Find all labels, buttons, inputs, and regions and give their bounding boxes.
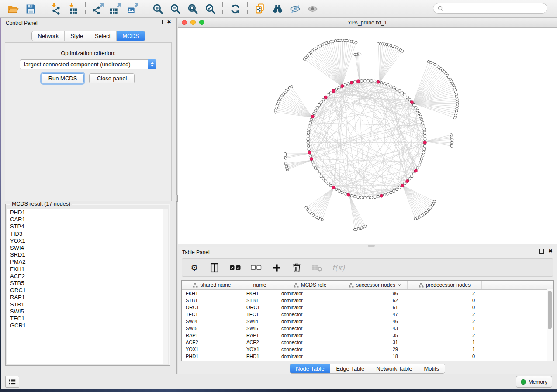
table-row[interactable]: RAP1RAP1dominator352: [182, 332, 553, 339]
create-column-button[interactable]: [271, 262, 282, 273]
mcds-result-item[interactable]: PHD1: [7, 209, 168, 216]
select-all-columns-button[interactable]: [229, 262, 241, 273]
mcds-result-item[interactable]: CAR1: [7, 216, 168, 223]
mcds-result-item[interactable]: FKH1: [7, 266, 168, 273]
column-menu-icon[interactable]: [398, 284, 401, 286]
import-network-button[interactable]: [48, 2, 63, 16]
table-row[interactable]: SWI4SWI4dominator462: [182, 318, 553, 325]
mcds-result-item[interactable]: SWI4: [7, 244, 168, 251]
table-tab-edge-table[interactable]: Edge Table: [330, 364, 370, 373]
table-cell: STB1: [182, 298, 242, 303]
table-row[interactable]: SWI5SWI5connector431: [182, 325, 553, 332]
zoom-out-button[interactable]: [168, 2, 183, 16]
mcds-result-item[interactable]: PMA2: [7, 258, 168, 265]
table-tab-node-table[interactable]: Node Table: [290, 364, 330, 373]
mcds-result-item[interactable]: ORC1: [7, 287, 168, 294]
close-window-icon[interactable]: [182, 20, 187, 25]
unselect-all-columns-button[interactable]: [251, 262, 262, 273]
table-cell: 2: [408, 312, 482, 317]
zoom-in-button[interactable]: [150, 2, 165, 16]
search-box[interactable]: [433, 3, 547, 14]
toolbar-separator: [145, 2, 145, 15]
table-row[interactable]: ORC1ORC1dominator610: [182, 304, 553, 311]
horizontal-splitter-handle[interactable]: [368, 245, 375, 247]
mcds-result-item[interactable]: SRD1: [7, 251, 168, 258]
column-header-successor-nodes[interactable]: successor nodes: [343, 281, 408, 289]
mcds-result-item[interactable]: RAP1: [7, 294, 168, 301]
close-table-panel-icon[interactable]: ✖: [548, 249, 553, 253]
horizontal-splitter[interactable]: [178, 244, 557, 247]
network-window-titlebar[interactable]: YPA_prune.txt_1: [178, 18, 557, 28]
result-list-scrollbar[interactable]: [163, 209, 168, 364]
table-cell: FKH1: [182, 291, 242, 296]
task-history-button[interactable]: [5, 376, 19, 388]
mcds-result-item[interactable]: TEC1: [7, 315, 168, 322]
table-scrollbar[interactable]: [547, 289, 553, 361]
import-table-button[interactable]: [66, 2, 80, 16]
column-header-name[interactable]: name: [242, 281, 277, 289]
export-table-button[interactable]: [108, 2, 123, 16]
column-type-icon: [419, 283, 424, 288]
criterion-select[interactable]: largest connected component (undirected): [20, 59, 156, 69]
new-network-from-selection-button[interactable]: [253, 2, 267, 16]
table-tab-network-table[interactable]: Network Table: [370, 364, 418, 373]
search-input[interactable]: [446, 5, 543, 12]
close-panel-button[interactable]: Close panel: [89, 73, 135, 83]
toggle-columns-button[interactable]: [209, 262, 220, 273]
table-cell: 29: [343, 347, 408, 352]
show-all-button[interactable]: [305, 2, 320, 16]
mcds-result-item[interactable]: STP4: [7, 223, 168, 230]
table-cell: 2: [408, 291, 482, 296]
mcds-result-item[interactable]: ACE2: [7, 273, 168, 280]
table-scrollbar-thumb[interactable]: [548, 291, 552, 329]
main-toolbar: [0, 0, 557, 18]
table-row[interactable]: STB1STB1dominator620: [182, 297, 553, 304]
status-bar: Memory: [1, 374, 557, 389]
run-mcds-button[interactable]: Run MCDS: [42, 73, 84, 83]
table-settings-button[interactable]: ⚙: [189, 262, 200, 273]
export-image-button[interactable]: [125, 2, 140, 16]
network-canvas[interactable]: [178, 28, 557, 244]
float-table-panel-icon[interactable]: [539, 249, 544, 254]
first-neighbors-button[interactable]: [270, 2, 285, 16]
mcds-result-item[interactable]: GCR1: [7, 322, 168, 329]
mcds-result-item[interactable]: STB1: [7, 301, 168, 308]
mcds-result-item[interactable]: SWI5: [7, 308, 168, 315]
delete-columns-button[interactable]: [291, 262, 302, 273]
column-header-shared-name[interactable]: shared name: [182, 281, 242, 289]
table-row[interactable]: PHD1PHD1dominator180: [182, 353, 553, 360]
tab-mcds[interactable]: MCDS: [116, 31, 145, 41]
mcds-result-item[interactable]: YOX1: [7, 237, 168, 244]
float-panel-icon[interactable]: [158, 20, 163, 24]
save-session-button[interactable]: [23, 2, 38, 16]
memory-button[interactable]: Memory: [516, 376, 552, 388]
close-panel-icon[interactable]: ✖: [167, 20, 171, 24]
open-file-button[interactable]: [6, 2, 21, 16]
mcds-result-item[interactable]: TID3: [7, 230, 168, 237]
table-row[interactable]: FKH1FKH1dominator962: [182, 290, 553, 297]
control-panel: Control Panel ✖ NetworkStyleSelectMCDS O…: [1, 18, 176, 374]
column-header-MCDS-role[interactable]: MCDS role: [277, 281, 343, 289]
zoom-selected-button[interactable]: [203, 2, 218, 16]
table-cell: SWI5: [242, 326, 277, 331]
network-graph[interactable]: [178, 28, 557, 244]
table-toolbar: ⚙f(x): [182, 258, 553, 277]
tab-select[interactable]: Select: [89, 31, 116, 41]
table-row[interactable]: YOX1YOX1connector291: [182, 346, 553, 353]
maximize-window-icon[interactable]: [199, 20, 204, 25]
table-cell: ORC1: [242, 305, 277, 310]
minimize-window-icon[interactable]: [190, 20, 196, 25]
tab-style[interactable]: Style: [64, 31, 89, 41]
mcds-result-item[interactable]: STB5: [7, 280, 168, 287]
table-cell: 47: [343, 312, 408, 317]
hide-selected-button[interactable]: [287, 2, 302, 16]
tab-network[interactable]: Network: [32, 31, 64, 41]
export-network-button[interactable]: [90, 2, 105, 16]
table-tab-motifs[interactable]: Motifs: [418, 364, 445, 373]
refresh-view-button[interactable]: [228, 2, 242, 16]
table-row[interactable]: TEC1TEC1connector472: [182, 311, 553, 318]
table-row[interactable]: ACE2ACE2connector311: [182, 339, 553, 346]
column-header-predecessor-nodes[interactable]: predecessor nodes: [408, 281, 482, 289]
zoom-fit-button[interactable]: [185, 2, 200, 16]
table-cell: FKH1: [242, 291, 277, 296]
